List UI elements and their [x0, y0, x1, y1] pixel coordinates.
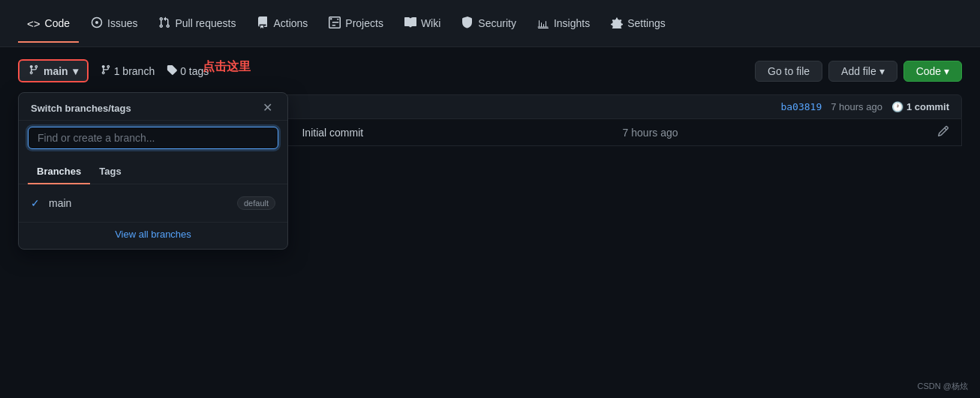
file-commit-message: Initial commit [302, 127, 363, 139]
issues-icon [91, 16, 103, 30]
pull-requests-icon [158, 16, 170, 30]
edit-icon[interactable] [937, 125, 949, 139]
settings-icon [611, 16, 623, 30]
dropdown-title: Switch branches/tags [31, 103, 131, 114]
code-button-label: Code ▾ [916, 65, 949, 77]
file-time: 7 hours ago [623, 127, 678, 139]
nav-label-actions: Actions [273, 17, 308, 29]
watermark: CSDN @杨炫 [918, 381, 968, 392]
commit-clock-icon: 🕐 [891, 101, 903, 112]
nav-label-code: Code [45, 17, 70, 29]
go-to-file-button[interactable]: Go to file [755, 61, 822, 82]
add-file-button[interactable]: Add file ▾ [828, 61, 897, 82]
tab-branches[interactable]: Branches [28, 161, 90, 184]
main-content: 点击这里 main ▾ 1 branch [0, 47, 980, 223]
nav-item-wiki[interactable]: Wiki [395, 10, 449, 36]
branch-count[interactable]: 1 branch [101, 64, 155, 77]
branch-item-left: ✓ main [31, 197, 71, 209]
tag-count-label: 0 tags [180, 65, 209, 77]
branch-button-label: main [44, 65, 68, 77]
branch-icon [29, 64, 39, 77]
nav-label-insights: Insights [554, 17, 590, 29]
branch-item-main[interactable]: ✓ main default [19, 190, 287, 216]
tag-count[interactable]: 0 tags [167, 64, 209, 77]
insights-icon [537, 16, 549, 30]
nav-label-projects: Projects [345, 17, 383, 29]
dropdown-arrow-icon: ▾ [73, 65, 78, 77]
branch-list: ✓ main default [19, 184, 287, 222]
branch-dropdown: Switch branches/tags ✕ Branches Tags ✓ m… [18, 92, 288, 250]
nav-item-settings[interactable]: Settings [602, 10, 675, 36]
nav-label-issues: Issues [107, 17, 137, 29]
nav-label-pull-requests: Pull requests [175, 17, 236, 29]
branch-name-main: main [49, 197, 71, 209]
branch-count-label: 1 branch [114, 65, 155, 77]
code-icon: <> [27, 18, 41, 29]
security-icon [461, 16, 473, 30]
projects-icon [329, 16, 341, 30]
commit-count[interactable]: 🕐 1 commit [891, 101, 949, 112]
branch-dropdown-button[interactable]: main ▾ [18, 59, 89, 82]
check-icon: ✓ [31, 197, 43, 209]
nav-item-insights[interactable]: Insights [528, 10, 599, 36]
tag-icon [167, 64, 177, 77]
nav-label-wiki: Wiki [421, 17, 440, 29]
view-all-branches-link[interactable]: View all branches [19, 222, 287, 249]
nav-item-actions[interactable]: Actions [248, 10, 317, 36]
commit-count-label: 1 commit [906, 101, 949, 112]
nav-label-security: Security [478, 17, 516, 29]
commit-hash[interactable]: ba03819 [780, 101, 822, 112]
toolbar-left: main ▾ 1 branch 0 tags [18, 59, 209, 82]
nav-item-security[interactable]: Security [452, 10, 525, 36]
dropdown-close-button[interactable]: ✕ [260, 102, 275, 114]
default-badge: default [237, 196, 275, 210]
code-button[interactable]: Code ▾ [903, 61, 962, 82]
dropdown-header: Switch branches/tags ✕ [19, 93, 287, 121]
nav-label-settings: Settings [627, 17, 666, 29]
top-nav: <> Code Issues Pull requests Actions Pro… [0, 0, 980, 47]
commit-time: 7 hours ago [831, 101, 882, 112]
search-wrapper [19, 121, 287, 155]
toolbar-row: main ▾ 1 branch 0 tags Go to file Add f [18, 59, 962, 82]
nav-item-pull-requests[interactable]: Pull requests [149, 10, 245, 36]
toolbar-right: Go to file Add file ▾ Code ▾ [755, 61, 962, 82]
nav-item-code[interactable]: <> Code [18, 11, 79, 35]
actions-icon [257, 16, 269, 30]
tab-tags[interactable]: Tags [90, 161, 130, 184]
dropdown-tabs: Branches Tags [19, 155, 287, 184]
nav-item-projects[interactable]: Projects [320, 10, 392, 36]
branch-search-input[interactable] [28, 127, 278, 149]
nav-item-issues[interactable]: Issues [82, 10, 146, 36]
svg-point-1 [95, 21, 98, 24]
wiki-icon [404, 16, 416, 30]
branch-count-icon [101, 64, 111, 77]
